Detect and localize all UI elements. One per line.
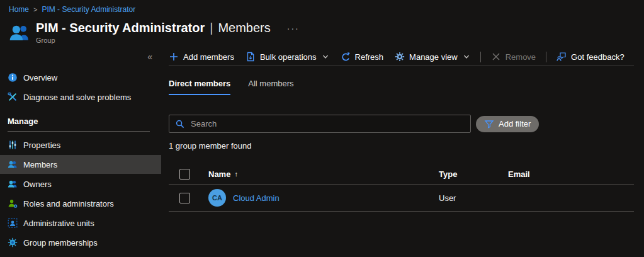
people-icon <box>8 179 18 189</box>
select-all-checkbox[interactable] <box>179 169 190 180</box>
title-separator: | <box>210 21 213 35</box>
got-feedback-label: Got feedback? <box>571 52 624 62</box>
chevron-down-icon <box>322 53 329 60</box>
breadcrumb-home-link[interactable]: Home <box>9 5 29 14</box>
add-members-label: Add members <box>183 52 234 62</box>
sliders-icon <box>8 140 18 150</box>
info-icon <box>8 72 18 83</box>
sidebar-item-label: Properties <box>23 140 60 150</box>
sidebar-item-label: Roles and administrators <box>23 199 114 208</box>
member-count-text: 1 group member found <box>169 141 634 151</box>
page-title-section: Members <box>218 21 270 35</box>
tab-direct-members[interactable]: Direct members <box>169 79 230 95</box>
group-people-icon <box>9 22 30 43</box>
remove-button[interactable]: Remove <box>485 52 541 62</box>
people-icon <box>8 159 18 169</box>
breadcrumb-group-link[interactable]: PIM - Security Administrator <box>42 5 135 14</box>
sidebar-item-group-memberships[interactable]: Group memberships <box>0 233 161 252</box>
refresh-label: Refresh <box>355 52 384 62</box>
page-title: PIM - Security Administrator <box>36 21 205 35</box>
add-members-button[interactable]: Add members <box>169 52 240 62</box>
sidebar-item-label: Group memberships <box>23 238 98 248</box>
role-person-icon <box>8 198 18 208</box>
members-table: Name ↑ Type Email CA Cloud Admin User <box>169 164 634 212</box>
bulk-operations-label: Bulk operations <box>260 52 317 62</box>
command-bar: Add members Bulk operations Refresh <box>169 48 634 66</box>
document-arrow-icon <box>246 52 256 62</box>
admin-units-icon <box>8 218 18 228</box>
refresh-icon <box>341 52 351 62</box>
resource-type-label: Group <box>36 37 300 44</box>
sidebar-divider <box>8 131 150 132</box>
page-header: Home > PIM - Security Administrator PIM … <box>0 0 644 44</box>
bulk-operations-button[interactable]: Bulk operations <box>240 52 335 62</box>
title-row: PIM - Security Administrator | Members ·… <box>9 21 635 44</box>
feedback-person-icon <box>556 52 567 62</box>
close-icon <box>491 52 501 62</box>
column-header-email[interactable]: Email <box>508 169 634 179</box>
sidebar: « Overview Diagnose and solve problems M… <box>0 48 161 252</box>
title-texts: PIM - Security Administrator | Members ·… <box>36 21 300 44</box>
sidebar-item-label: Diagnose and solve problems <box>23 93 131 102</box>
remove-label: Remove <box>506 52 536 62</box>
sidebar-item-label: Administrative units <box>23 219 94 228</box>
chevron-down-icon <box>463 53 470 60</box>
sidebar-item-administrative-units[interactable]: Administrative units <box>0 214 161 232</box>
sort-ascending-icon: ↑ <box>234 170 238 178</box>
sidebar-item-diagnose[interactable]: Diagnose and solve problems <box>0 88 161 106</box>
more-options-icon[interactable]: ··· <box>287 23 300 33</box>
toolbar-divider <box>480 52 481 62</box>
avatar: CA <box>208 189 226 207</box>
sidebar-collapse-icon[interactable]: « <box>147 52 152 62</box>
breadcrumb-separator-icon: > <box>33 6 37 13</box>
group-memberships-icon <box>8 237 18 248</box>
manage-view-label: Manage view <box>409 52 458 62</box>
sidebar-item-properties[interactable]: Properties <box>0 135 161 154</box>
column-header-name[interactable]: Name ↑ <box>208 169 439 179</box>
member-name-cell: CA Cloud Admin <box>208 189 439 207</box>
tools-icon <box>8 92 18 102</box>
table-header-row: Name ↑ Type Email <box>169 164 634 185</box>
sidebar-item-label: Members <box>23 160 57 169</box>
sidebar-collapse-row: « <box>0 48 161 66</box>
sidebar-item-owners[interactable]: Owners <box>0 174 161 193</box>
plus-icon <box>169 52 179 62</box>
row-checkbox[interactable] <box>179 193 190 203</box>
azure-portal-page: Home > PIM - Security Administrator PIM … <box>0 0 644 257</box>
table-row: CA Cloud Admin User <box>169 185 634 212</box>
sidebar-item-label: Owners <box>23 180 52 189</box>
breadcrumb: Home > PIM - Security Administrator <box>9 5 635 14</box>
search-input[interactable] <box>191 119 465 128</box>
search-box <box>169 115 471 133</box>
member-type-cell: User <box>439 193 508 203</box>
sidebar-item-overview[interactable]: Overview <box>0 68 161 87</box>
gear-icon <box>395 52 405 62</box>
member-name-link[interactable]: Cloud Admin <box>233 193 280 203</box>
refresh-button[interactable]: Refresh <box>335 52 390 62</box>
sidebar-section-manage: Manage <box>8 117 161 126</box>
member-tabs: Direct members All members <box>169 79 634 95</box>
add-filter-label: Add filter <box>499 119 531 128</box>
column-header-type[interactable]: Type <box>439 169 508 179</box>
sidebar-item-members[interactable]: Members <box>0 155 161 174</box>
sidebar-nav: Overview Diagnose and solve problems Man… <box>0 68 161 252</box>
add-filter-button[interactable]: Add filter <box>476 116 539 132</box>
manage-view-button[interactable]: Manage view <box>389 52 476 62</box>
column-name-label: Name <box>208 169 230 179</box>
tab-all-members[interactable]: All members <box>248 79 293 95</box>
filter-icon <box>484 119 494 129</box>
search-icon <box>175 119 185 129</box>
body-row: « Overview Diagnose and solve problems M… <box>0 48 644 252</box>
got-feedback-button[interactable]: Got feedback? <box>551 52 630 62</box>
filter-row: Add filter <box>169 115 634 133</box>
sidebar-item-roles-administrators[interactable]: Roles and administrators <box>0 194 161 213</box>
main-content: Add members Bulk operations Refresh <box>161 48 644 252</box>
sidebar-item-label: Overview <box>23 73 57 83</box>
toolbar-divider <box>546 52 546 62</box>
